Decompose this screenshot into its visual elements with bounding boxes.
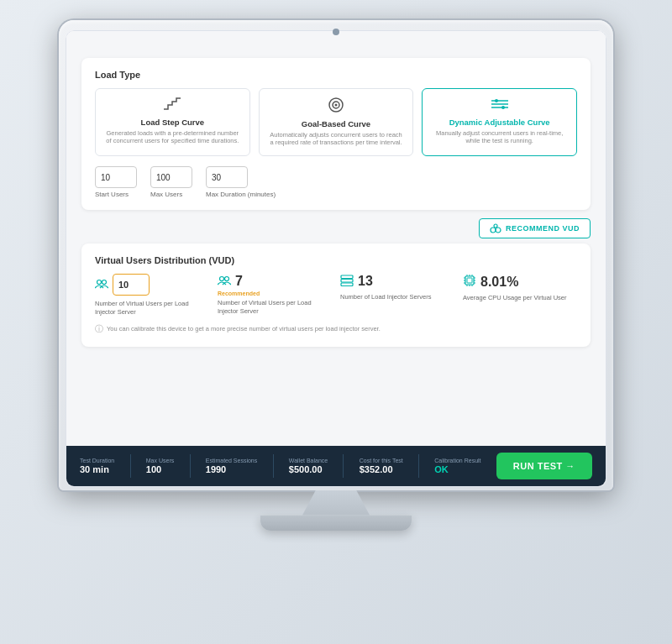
vud-item-0-label: Number of Virtual Users per Load Injecto… xyxy=(95,300,209,317)
load-step-name: Load Step Curve xyxy=(104,118,241,127)
calibrate-note: ⓘ You can calibrate this device to get a… xyxy=(95,323,577,335)
load-step-icon xyxy=(104,97,241,114)
screen-content: Load Type Load Step Curve Generated load… xyxy=(66,43,606,446)
vud-users-input[interactable] xyxy=(113,274,150,296)
max-duration-input[interactable] xyxy=(206,166,248,188)
vud-item-3: 8.01% Average CPU Usage per Virtual User xyxy=(463,274,577,317)
dynamic-name: Dynamic Adjustable Curve xyxy=(431,118,568,127)
divider-2 xyxy=(190,454,191,478)
dynamic-desc: Manually adjust concurrent users in real… xyxy=(431,129,568,146)
bar-stat-calibration-label: Calibration Result xyxy=(434,458,480,463)
start-users-input[interactable] xyxy=(95,166,137,188)
bar-stat-duration: Test Duration 30 min xyxy=(80,458,114,474)
goal-based-icon xyxy=(268,97,405,116)
monitor-wrapper: Load Type Load Step Curve Generated load… xyxy=(50,20,622,625)
calibrate-note-text: You can calibrate this device to get a m… xyxy=(107,325,381,332)
svg-point-7 xyxy=(501,106,505,109)
dynamic-icon xyxy=(431,97,568,114)
vud-item-2: 13 Number of Load Injector Servers xyxy=(340,274,454,317)
run-test-label: RUN TEST → xyxy=(513,461,575,471)
recommend-vud-button[interactable]: RECOMMEND VUD xyxy=(479,218,591,238)
vud-grid: Number of Virtual Users per Load Injecto… xyxy=(95,274,577,317)
bar-stat-calibration-value: OK xyxy=(434,464,449,474)
max-duration-label: Max Duration (minutes) xyxy=(206,191,276,198)
vud-item-1-header: 7 xyxy=(218,274,332,289)
vud-users-icon-0 xyxy=(95,279,108,291)
vud-item-0-header xyxy=(95,274,209,296)
vud-item-3-header: 8.01% xyxy=(463,274,577,290)
bar-stat-duration-label: Test Duration xyxy=(80,458,114,463)
vud-servers-icon xyxy=(340,275,354,289)
max-users-label: Max Users xyxy=(150,191,192,198)
goal-based-desc: Automatically adjusts concurrent users t… xyxy=(268,131,405,148)
vud-item-1-value: 7 xyxy=(235,274,243,289)
bar-stat-wallet: Wallet Balance $500.00 xyxy=(289,458,328,474)
svg-rect-19 xyxy=(467,278,472,283)
monitor-screen: Load Type Load Step Curve Generated load… xyxy=(66,30,606,487)
start-users-label: Start Users xyxy=(95,191,137,198)
bottom-bar: Test Duration 30 min Max Users 100 Estim… xyxy=(66,446,606,486)
vud-item-2-label: Number of Load Injector Servers xyxy=(340,293,454,301)
vud-item-3-label: Average CPU Usage per Virtual User xyxy=(463,294,577,302)
divider-4 xyxy=(343,454,344,478)
svg-point-14 xyxy=(225,276,229,280)
vud-item-2-value: 13 xyxy=(358,274,373,289)
load-step-option[interactable]: Load Step Curve Generated loads with a p… xyxy=(95,88,250,157)
bar-stat-calibration: Calibration Result OK xyxy=(434,458,480,474)
monitor-base xyxy=(260,516,412,531)
svg-rect-15 xyxy=(341,275,353,279)
bar-stat-sessions: Estimated Sessions 1990 xyxy=(206,458,257,474)
vud-item-2-header: 13 xyxy=(340,274,454,289)
load-type-title: Load Type xyxy=(95,70,577,80)
max-users-input[interactable] xyxy=(150,166,192,188)
vud-users-icon-1 xyxy=(218,275,231,288)
bar-stat-maxusers: Max Users 100 xyxy=(146,458,174,474)
vud-item-1-label: Number of Virtual Users per Load Injecto… xyxy=(218,299,332,316)
bar-stat-cost: Cost for this Test $352.00 xyxy=(360,458,403,474)
goal-based-name: Goal-Based Curve xyxy=(268,119,405,128)
goal-based-option[interactable]: Goal-Based Curve Automatically adjusts c… xyxy=(259,88,414,157)
svg-point-10 xyxy=(494,224,497,228)
recommend-vud-label: RECOMMEND VUD xyxy=(506,224,580,233)
params-row: Start Users Max Users Max Duration (minu… xyxy=(95,166,577,198)
svg-point-11 xyxy=(97,280,102,284)
bar-stat-sessions-label: Estimated Sessions xyxy=(206,458,257,463)
info-icon: ⓘ xyxy=(95,323,103,335)
max-users-field: Max Users xyxy=(150,166,192,198)
bar-stat-wallet-value: $500.00 xyxy=(289,464,323,474)
vud-cpu-icon xyxy=(463,274,476,290)
bar-stat-cost-value: $352.00 xyxy=(360,464,393,474)
divider-5 xyxy=(418,454,419,478)
bar-stat-maxusers-value: 100 xyxy=(146,464,161,474)
monitor-neck xyxy=(302,490,370,516)
load-type-section: Load Type Load Step Curve Generated load… xyxy=(81,58,591,211)
load-type-grid: Load Step Curve Generated loads with a p… xyxy=(95,88,577,157)
recommended-badge: Recommended xyxy=(218,291,332,296)
run-test-button[interactable]: RUN TEST → xyxy=(496,453,592,479)
svg-point-12 xyxy=(102,280,107,284)
svg-rect-17 xyxy=(341,283,353,286)
vud-item-3-value: 8.01% xyxy=(480,275,518,290)
vud-section: Virtual Users Distribution (VUD) xyxy=(81,243,591,347)
monitor-camera xyxy=(333,29,339,35)
start-users-field: Start Users xyxy=(95,166,137,198)
dynamic-option[interactable]: Dynamic Adjustable Curve Manually adjust… xyxy=(422,88,577,157)
max-duration-field: Max Duration (minutes) xyxy=(206,166,276,198)
bar-stat-maxusers-label: Max Users xyxy=(146,458,174,463)
svg-point-6 xyxy=(495,99,498,102)
svg-point-13 xyxy=(220,276,224,280)
svg-point-9 xyxy=(496,228,501,233)
bar-stat-cost-label: Cost for this Test xyxy=(360,458,403,463)
screen-inner-border: Load Type Load Step Curve Generated load… xyxy=(66,30,606,487)
vud-item-1: 7 Recommended Number of Virtual Users pe… xyxy=(218,274,332,317)
divider-1 xyxy=(130,454,131,478)
svg-rect-16 xyxy=(341,279,353,282)
vud-title: Virtual Users Distribution (VUD) xyxy=(95,255,577,265)
svg-point-8 xyxy=(491,228,496,233)
svg-point-2 xyxy=(334,103,337,106)
recommend-btn-row: RECOMMEND VUD xyxy=(81,218,591,238)
divider-3 xyxy=(273,454,274,478)
load-step-desc: Generated loads with a pre-determined nu… xyxy=(104,129,241,146)
bar-stat-duration-value: 30 min xyxy=(80,464,109,474)
bar-stat-wallet-label: Wallet Balance xyxy=(289,458,328,463)
